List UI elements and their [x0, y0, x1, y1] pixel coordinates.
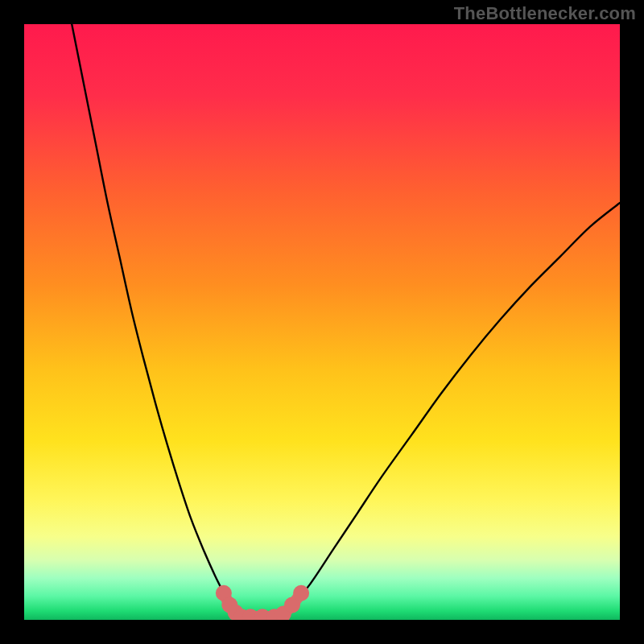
marker-point — [293, 585, 309, 601]
chart-frame — [24, 24, 620, 620]
attribution-text: TheBottlenecker.com — [454, 3, 636, 24]
bottleneck-chart — [24, 24, 620, 620]
gradient-background — [24, 24, 620, 620]
